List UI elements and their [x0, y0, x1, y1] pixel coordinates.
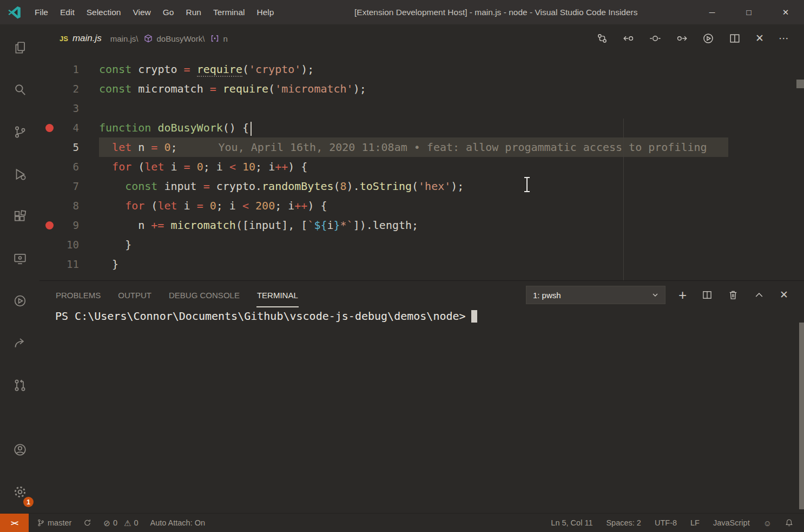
code-text[interactable]: const crypto = require('crypto');	[99, 60, 728, 79]
breakpoint-gutter[interactable]	[39, 98, 60, 118]
terminal[interactable]: PS C:\Users\Connor\Documents\Github\vsco…	[39, 309, 804, 513]
code-token: ;	[170, 141, 177, 154]
code-text[interactable]: n += micromatch([input], [`${i}*`]).leng…	[99, 215, 728, 235]
activity-run-debug[interactable]	[0, 153, 39, 195]
activity-github-pr[interactable]	[0, 364, 39, 406]
menu-file[interactable]: File	[29, 5, 54, 20]
code-text[interactable]: }	[99, 254, 728, 274]
git-blame-annotation: You, April 16th, 2020 11:08am • feat: al…	[219, 141, 707, 154]
menu-edit[interactable]: Edit	[54, 5, 81, 20]
code-text[interactable]: const micromatch = require('micromatch')…	[99, 79, 728, 98]
breakpoint-gutter[interactable]	[39, 157, 60, 176]
code-line: 9 n += micromatch([input], [`${i}*`]).le…	[39, 215, 804, 235]
tab-main-js[interactable]: main.js	[73, 33, 102, 44]
maximize-panel-button[interactable]	[754, 290, 765, 300]
breadcrumb-function[interactable]: doBusyWork\	[156, 34, 205, 43]
breakpoint-gutter[interactable]	[39, 176, 60, 196]
source-control-icon	[13, 125, 27, 139]
minimize-button[interactable]: ─	[694, 0, 730, 24]
code-text[interactable]: function doBusyWork() {	[99, 118, 728, 137]
close-button[interactable]: ✕	[767, 0, 804, 24]
open-changes-button[interactable]	[596, 32, 608, 44]
new-terminal-button[interactable]: +	[678, 290, 687, 300]
menu-go[interactable]: Go	[157, 5, 180, 20]
breakpoint-gutter[interactable]	[39, 235, 60, 254]
breakpoint-gutter[interactable]	[39, 60, 60, 79]
activity-search[interactable]	[0, 69, 39, 111]
activity-live-share[interactable]	[0, 322, 39, 364]
encoding-status[interactable]: UTF-8	[655, 518, 677, 527]
code-token: () {	[223, 121, 249, 134]
remote-indicator[interactable]: ><	[0, 514, 29, 532]
breakpoint-dot[interactable]	[45, 124, 54, 132]
terminal-picker[interactable]: 1: pwsh	[526, 286, 665, 304]
code-token: (	[334, 180, 340, 193]
cursor-position-status[interactable]: Ln 5, Col 11	[551, 518, 592, 527]
breadcrumb-variable[interactable]: n	[223, 34, 227, 43]
line-number: 5	[60, 137, 79, 157]
code-text[interactable]: for (let i = 0; i < 200; i++) {	[99, 196, 728, 215]
mouse-cursor-ibeam	[523, 176, 531, 193]
menu-bar: File Edit Selection View Go Run Terminal…	[29, 5, 280, 20]
terminal-scrollbar[interactable]	[799, 323, 804, 509]
tab-output[interactable]: OUTPUT	[117, 283, 152, 307]
auto-attach-status[interactable]: Auto Attach: On	[150, 518, 206, 527]
activity-account[interactable]	[0, 429, 39, 471]
code-token: 0	[164, 141, 170, 154]
step-back-button[interactable]	[623, 32, 635, 44]
breakpoint-gutter[interactable]	[39, 118, 60, 137]
notifications-button[interactable]	[785, 518, 793, 527]
status-bar: >< master ⊘ 0 ⚠ 0 Auto Attach: On	[0, 513, 804, 532]
menu-terminal[interactable]: Terminal	[207, 5, 251, 20]
activity-run-circle[interactable]	[0, 280, 39, 322]
split-terminal-icon	[702, 290, 713, 300]
tab-problems[interactable]: PROBLEMS	[55, 283, 101, 307]
vscode-window: File Edit Selection View Go Run Terminal…	[0, 0, 804, 532]
breakpoint-dot[interactable]	[45, 221, 54, 229]
error-icon: ⊘	[103, 519, 110, 527]
code-text[interactable]	[99, 98, 728, 118]
editor-scrollbar[interactable]	[796, 80, 804, 88]
breakpoint-gutter[interactable]	[39, 79, 60, 98]
tab-debug-console[interactable]: DEBUG CONSOLE	[168, 283, 240, 307]
menu-view[interactable]: View	[127, 5, 156, 20]
activity-extensions[interactable]	[0, 195, 39, 238]
record-button[interactable]	[649, 32, 661, 44]
code-token	[151, 121, 157, 134]
feedback-button[interactable]: ☺	[763, 519, 772, 527]
problems-status[interactable]: ⊘ 0 ⚠ 0	[103, 518, 138, 527]
breakpoint-gutter[interactable]	[39, 196, 60, 215]
activity-explorer[interactable]	[0, 27, 39, 69]
language-status[interactable]: JavaScript	[713, 518, 750, 527]
breakpoint-gutter[interactable]	[39, 215, 60, 235]
more-actions-button[interactable]: ⋯	[779, 33, 789, 44]
branch-status[interactable]: master	[37, 518, 71, 527]
split-editor-button[interactable]	[729, 32, 741, 44]
code-text[interactable]: let n = 0;You, April 16th, 2020 11:08am …	[99, 137, 728, 157]
activity-settings[interactable]: 1	[0, 471, 39, 513]
menu-run[interactable]: Run	[180, 5, 207, 20]
code-text[interactable]: const input = crypto.randomBytes(8).toSt…	[99, 176, 728, 196]
kill-terminal-button[interactable]	[728, 290, 739, 300]
split-terminal-button[interactable]	[702, 290, 713, 300]
maximize-button[interactable]: □	[730, 0, 767, 24]
code-text[interactable]: }	[99, 235, 728, 254]
close-editor-button[interactable]: ✕	[755, 33, 764, 44]
symbol-method-icon	[144, 34, 153, 43]
breadcrumb-file[interactable]: main.js\	[110, 34, 139, 43]
code-editor[interactable]: 1const crypto = require('crypto');2const…	[39, 52, 804, 280]
step-forward-button[interactable]	[676, 32, 688, 44]
sync-status[interactable]	[83, 518, 91, 527]
menu-help[interactable]: Help	[251, 5, 280, 20]
indentation-status[interactable]: Spaces: 2	[606, 518, 641, 527]
eol-status[interactable]: LF	[690, 518, 700, 527]
menu-selection[interactable]: Selection	[81, 5, 127, 20]
activity-remote-explorer[interactable]	[0, 238, 39, 280]
breakpoint-gutter[interactable]	[39, 254, 60, 274]
breakpoint-gutter[interactable]	[39, 137, 60, 157]
tab-terminal[interactable]: TERMINAL	[256, 283, 299, 307]
run-profile-button[interactable]	[702, 32, 714, 44]
close-panel-button[interactable]: ✕	[780, 290, 788, 300]
code-text[interactable]: for (let i = 0; i < 10; i++) {	[99, 157, 728, 176]
activity-source-control[interactable]	[0, 111, 39, 153]
